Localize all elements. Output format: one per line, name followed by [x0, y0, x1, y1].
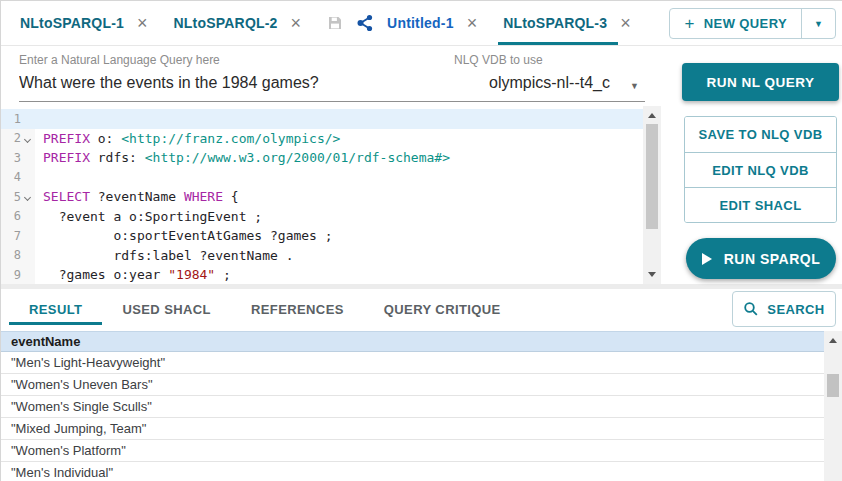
save-icon[interactable]: [327, 15, 343, 31]
tab-result[interactable]: RESULT: [9, 289, 102, 329]
code-token: <http://www.w3.org/2000/01/rdf-schema#>: [145, 150, 450, 165]
close-icon[interactable]: ×: [620, 14, 631, 32]
nltosparql-app: NLtoSPARQL-1×NLtoSPARQL-2×Untitled-1×NLt…: [0, 0, 842, 481]
code-text: ?event a o:SportingEvent ;: [35, 209, 262, 224]
close-icon[interactable]: ×: [467, 14, 478, 32]
run-nl-query-button[interactable]: RUN NL QUERY: [682, 63, 839, 101]
query-tabs: NLtoSPARQL-1×NLtoSPARQL-2×Untitled-1×NLt…: [7, 1, 644, 45]
fold-arrow-icon[interactable]: [21, 135, 33, 142]
code-line-8[interactable]: 8 rdfs:label ?eventName .: [1, 246, 643, 266]
table-row[interactable]: "Women's Single Sculls": [1, 396, 824, 418]
tab-query-critique[interactable]: QUERY CRITIQUE: [364, 289, 521, 329]
close-icon[interactable]: ×: [291, 14, 302, 32]
code-token: ?eventName: [90, 189, 184, 204]
chevron-down-icon: ▼: [630, 81, 639, 91]
line-gutter: 3: [1, 148, 35, 168]
code-token: ;: [215, 267, 231, 282]
line-number: 9: [1, 268, 21, 282]
search-label: SEARCH: [767, 302, 824, 317]
close-icon[interactable]: ×: [137, 14, 148, 32]
results-scrollbar[interactable]: [824, 331, 842, 481]
scroll-up-icon[interactable]: [648, 113, 656, 118]
results-tab-bar: RESULTUSED SHACLREFERENCESQUERY CRITIQUE: [1, 289, 722, 329]
code-line-3[interactable]: 3PREFIX rdfs: <http://www.w3.org/2000/01…: [1, 148, 643, 168]
vdb-actions-group: SAVE TO NLQ VDBEDIT NLQ VDBEDIT SHACL: [684, 116, 837, 223]
tab-label: NLtoSPARQL-1: [20, 15, 124, 31]
nl-query-field: Enter a Natural Language Query here: [19, 53, 459, 102]
scroll-up-icon[interactable]: [829, 338, 837, 343]
play-icon: [702, 253, 712, 265]
vdb-field: NLQ VDB to use olympics-nl--t4_c ▼: [454, 53, 645, 102]
tab-used-shacl[interactable]: USED SHACL: [102, 289, 231, 329]
vdb-label: NLQ VDB to use: [454, 53, 645, 67]
line-gutter: 7: [1, 226, 35, 246]
column-header-eventname[interactable]: eventName: [1, 331, 824, 352]
code-line-9[interactable]: 9 ?games o:year "1984" ;: [1, 265, 643, 284]
results-rows: "Men's Light-Heavyweight""Women's Uneven…: [1, 352, 824, 481]
tab-untitled-1[interactable]: Untitled-1×: [314, 1, 490, 45]
edit-nlq-vdb-button[interactable]: EDIT NLQ VDB: [685, 152, 836, 187]
code-token: "1984": [168, 267, 215, 282]
line-gutter: 1: [1, 109, 35, 129]
table-row[interactable]: "Women's Platform": [1, 440, 824, 462]
code-lines: 12PREFIX o: <http://franz.com/olympics/>…: [1, 109, 643, 284]
editor-scrollbar[interactable]: [643, 106, 661, 284]
line-number: 6: [1, 209, 21, 223]
code-token: ?games o:year: [43, 267, 168, 282]
code-line-2[interactable]: 2PREFIX o: <http://franz.com/olympics/>: [1, 129, 643, 149]
code-token: o:: [90, 131, 121, 146]
nl-query-input[interactable]: [19, 67, 459, 102]
run-sparql-label: RUN SPARQL: [724, 251, 821, 267]
code-line-4[interactable]: 4: [1, 168, 643, 188]
code-line-5[interactable]: 5SELECT ?eventName WHERE {: [1, 187, 643, 207]
tab-nltosparql-2[interactable]: NLtoSPARQL-2×: [161, 1, 315, 45]
code-text: PREFIX rdfs: <http://www.w3.org/2000/01/…: [35, 150, 450, 165]
nl-query-label: Enter a Natural Language Query here: [19, 53, 459, 67]
code-line-7[interactable]: 7 o:sportEventAtGames ?games ;: [1, 226, 643, 246]
new-query-button[interactable]: + NEW QUERY ▼: [669, 8, 836, 39]
code-token: o:sportEventAtGames ?games ;: [43, 228, 333, 243]
new-query-dropdown[interactable]: ▼: [801, 9, 835, 38]
tab-label: Untitled-1: [387, 15, 454, 31]
tab-references[interactable]: REFERENCES: [231, 289, 364, 329]
line-gutter: 5: [1, 187, 35, 207]
code-text: PREFIX o: <http://franz.com/olympics/>: [35, 131, 340, 146]
code-token: rdfs:label ?eventName .: [43, 248, 293, 263]
line-gutter: 8: [1, 246, 35, 266]
line-number: 5: [1, 190, 21, 204]
new-query-label: NEW QUERY: [704, 16, 787, 31]
line-number: 7: [1, 229, 21, 243]
vdb-select[interactable]: olympics-nl--t4_c ▼: [454, 67, 645, 102]
table-row[interactable]: "Men's Light-Heavyweight": [1, 352, 824, 374]
vdb-selected-value: olympics-nl--t4_c: [489, 74, 610, 92]
tab-label: NLtoSPARQL-2: [174, 15, 278, 31]
tab-nltosparql-3[interactable]: NLtoSPARQL-3×: [490, 1, 644, 45]
results-table: eventName "Men's Light-Heavyweight""Wome…: [1, 331, 824, 481]
code-token: PREFIX: [43, 150, 90, 165]
search-button[interactable]: SEARCH: [732, 291, 836, 327]
sparql-editor[interactable]: 12PREFIX o: <http://franz.com/olympics/>…: [1, 106, 661, 284]
table-row[interactable]: "Men's Individual": [1, 462, 824, 481]
fold-arrow-icon[interactable]: [21, 193, 33, 200]
code-token: WHERE: [184, 189, 223, 204]
results-scroll-thumb[interactable]: [827, 374, 839, 397]
line-gutter: 2: [1, 129, 35, 149]
run-sparql-button[interactable]: RUN SPARQL: [686, 238, 836, 279]
line-number: 3: [1, 151, 21, 165]
code-text: ?games o:year "1984" ;: [35, 267, 231, 282]
code-line-1[interactable]: 1: [1, 109, 643, 129]
scroll-down-icon[interactable]: [648, 272, 656, 277]
tab-label: NLtoSPARQL-3: [503, 15, 607, 31]
graph-icon: [356, 14, 374, 32]
line-gutter: 4: [1, 168, 35, 188]
save-to-nlq-vdb-button[interactable]: SAVE TO NLQ VDB: [685, 117, 836, 152]
tab-nltosparql-1[interactable]: NLtoSPARQL-1×: [7, 1, 161, 45]
editor-scroll-thumb[interactable]: [646, 124, 658, 229]
new-query-main[interactable]: + NEW QUERY: [670, 9, 801, 38]
query-tab-bar: NLtoSPARQL-1×NLtoSPARQL-2×Untitled-1×NLt…: [1, 1, 842, 46]
table-row[interactable]: "Women's Uneven Bars": [1, 374, 824, 396]
table-row[interactable]: "Mixed Jumping, Team": [1, 418, 824, 440]
code-token: rdfs:: [90, 150, 145, 165]
edit-shacl-button[interactable]: EDIT SHACL: [685, 187, 836, 222]
code-line-6[interactable]: 6 ?event a o:SportingEvent ;: [1, 207, 643, 227]
